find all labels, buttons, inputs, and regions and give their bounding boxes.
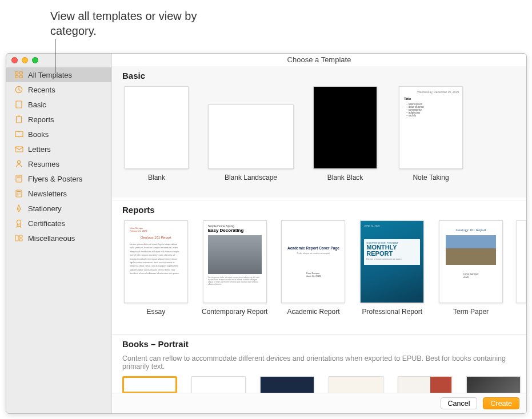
section-books: Books – Portrait Content can reflow to a… — [112, 335, 526, 393]
sidebar-item-reports[interactable]: Reports — [6, 112, 111, 127]
sidebar-item-label: Miscellaneous — [28, 234, 75, 243]
template-academic-report[interactable]: Academic Report Cover Page Dolor aliqua … — [280, 220, 347, 324]
svg-rect-6 — [17, 116, 22, 123]
template-gallery: Basic Blank Blank Landscape Blank Bla — [112, 66, 526, 413]
newsletter-icon — [14, 190, 23, 198]
template-professional-report[interactable]: JUNE 24, 2020 SUSPENDISSE FEUGIAT MONTHL… — [358, 220, 426, 324]
svg-rect-21 — [15, 235, 18, 241]
misc-icon — [14, 234, 23, 242]
svg-rect-16 — [17, 193, 19, 196]
sidebar-item-label: All Templates — [28, 71, 72, 79]
person-icon — [14, 160, 23, 168]
footer-bar: Cancel Create — [112, 393, 526, 413]
sidebar-item-label: Flyers & Posters — [28, 175, 82, 183]
envelope-icon — [14, 145, 23, 153]
svg-rect-23 — [19, 239, 22, 241]
template-thumbnail — [125, 86, 189, 169]
section-reports: Reports Urna SemperFebruary 5, 2020 Geol… — [112, 200, 526, 332]
section-description: Content can reflow to accommodate differ… — [122, 354, 526, 370]
pen-icon — [14, 204, 23, 212]
sidebar-item-all-templates[interactable]: All Templates — [6, 67, 111, 82]
section-basic: Basic Blank Blank Landscape Blank Bla — [112, 66, 526, 198]
template-thumbnail: Wednesday, December 19, 2019 Title lorem… — [399, 86, 463, 169]
svg-rect-0 — [15, 72, 18, 74]
cancel-button[interactable]: Cancel — [441, 397, 478, 409]
callout-line — [55, 39, 55, 73]
template-book[interactable] — [398, 376, 452, 393]
section-title: Basic — [122, 71, 526, 80]
zoom-button[interactable] — [32, 57, 38, 63]
svg-rect-12 — [17, 179, 21, 179]
template-blank[interactable]: Blank — [122, 86, 191, 190]
flyer-icon — [14, 175, 23, 183]
sidebar-item-recents[interactable]: Recents — [6, 82, 111, 97]
sidebar-item-flyers[interactable]: Flyers & Posters — [6, 171, 111, 186]
sidebar-item-label: Basic — [28, 100, 46, 109]
section-title: Books – Portrait — [122, 339, 526, 349]
close-button[interactable] — [11, 57, 18, 63]
template-label: Blank Black — [327, 174, 363, 190]
template-blank-black[interactable]: Blank Black — [311, 86, 379, 190]
sidebar-item-label: Books — [28, 130, 49, 139]
svg-rect-2 — [15, 75, 18, 78]
sidebar-item-resumes[interactable]: Resumes — [6, 156, 111, 171]
template-blank-landscape[interactable]: Blank Landscape — [208, 86, 294, 190]
section-title: Reports — [122, 205, 526, 215]
template-thumbnail — [313, 86, 377, 169]
template-term-paper[interactable]: Geology 101 Report Urna Semper2020 Term … — [437, 220, 505, 324]
template-note-taking[interactable]: Wednesday, December 19, 2019 Title lorem… — [397, 86, 465, 190]
grid-icon — [14, 71, 23, 79]
template-book-selected[interactable] — [122, 376, 177, 393]
template-peek[interactable] — [516, 220, 526, 303]
sidebar-item-label: Resumes — [28, 160, 59, 168]
svg-rect-11 — [17, 176, 21, 178]
sidebar-item-label: Reports — [28, 115, 54, 124]
svg-point-9 — [17, 160, 20, 163]
sidebar-item-newsletters[interactable]: Newsletters — [6, 186, 111, 201]
svg-rect-18 — [19, 194, 21, 195]
template-label: Blank Landscape — [225, 174, 277, 190]
svg-rect-10 — [16, 175, 22, 182]
template-label: Academic Report — [287, 308, 339, 324]
sidebar-item-label: Letters — [28, 145, 51, 154]
template-book[interactable] — [329, 376, 383, 393]
svg-rect-7 — [18, 116, 20, 117]
sidebar-item-label: Recents — [28, 86, 55, 94]
template-thumbnail — [208, 104, 294, 169]
svg-rect-3 — [19, 75, 22, 78]
sidebar-item-label: Certificates — [28, 219, 65, 228]
template-label: Note Taking — [413, 174, 449, 190]
sidebar-item-certificates[interactable]: Certificates — [6, 216, 111, 231]
sidebar-item-letters[interactable]: Letters — [6, 142, 111, 156]
minimize-button[interactable] — [22, 57, 28, 63]
template-chooser-window: All Templates Recents Basic Reports Book… — [6, 53, 527, 414]
template-thumbnail: Geology 101 Report Urna Semper2020 — [439, 220, 503, 303]
template-book[interactable] — [191, 376, 246, 393]
template-book[interactable] — [260, 376, 314, 393]
clock-icon — [14, 86, 23, 94]
svg-rect-13 — [17, 180, 19, 180]
template-thumbnail: JUNE 24, 2020 SUSPENDISSE FEUGIAT MONTHL… — [360, 220, 424, 303]
template-label: Blank — [148, 174, 165, 190]
window-title: Choose a Template — [112, 54, 526, 66]
template-book[interactable] — [466, 376, 521, 393]
sidebar-item-miscellaneous[interactable]: Miscellaneous — [6, 231, 111, 245]
sidebar-item-stationery[interactable]: Stationery — [6, 201, 111, 216]
category-list: All Templates Recents Basic Reports Book… — [6, 66, 111, 245]
svg-point-19 — [18, 208, 19, 210]
template-label: Essay — [147, 308, 166, 324]
sidebar-item-books[interactable]: Books — [6, 127, 111, 142]
sidebar-item-basic[interactable]: Basic — [6, 97, 111, 112]
sidebar: All Templates Recents Basic Reports Book… — [6, 54, 112, 413]
template-label: Term Paper — [453, 308, 489, 324]
ribbon-icon — [14, 219, 23, 227]
svg-rect-22 — [19, 235, 22, 237]
svg-rect-1 — [19, 72, 22, 74]
template-thumbnail: Academic Report Cover Page Dolor aliqua … — [281, 220, 345, 303]
template-label: Contemporary Report — [202, 308, 267, 324]
template-thumbnail: Simple Home Styling Easy Decorating Lore… — [203, 220, 267, 303]
template-essay[interactable]: Urna SemperFebruary 5, 2020 Geology 101 … — [122, 220, 190, 324]
book-icon — [14, 130, 23, 138]
create-button[interactable]: Create — [483, 397, 519, 409]
template-contemporary-report[interactable]: Simple Home Styling Easy Decorating Lore… — [201, 220, 269, 324]
